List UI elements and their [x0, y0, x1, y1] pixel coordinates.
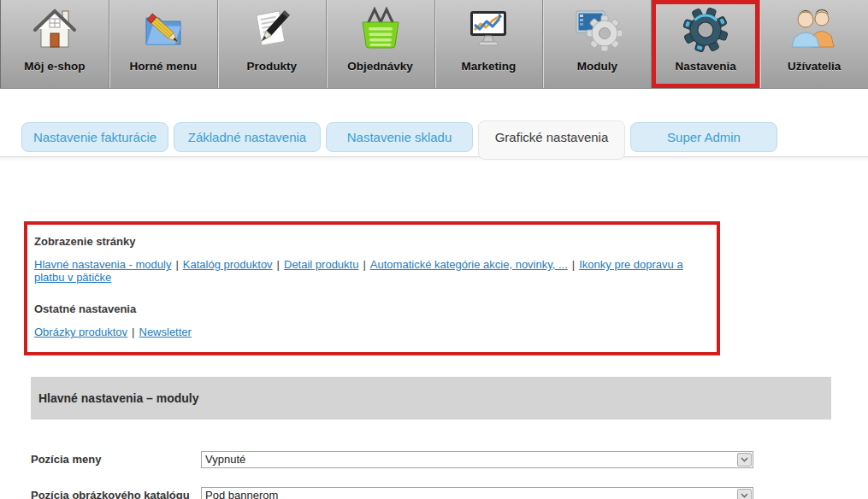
link-hlavne-nastavenia-moduly[interactable]: Hlavné nastavenia - moduly: [34, 258, 171, 271]
nav-item-marketing[interactable]: Marketing: [435, 0, 544, 88]
chevron-down-icon: [737, 453, 752, 467]
form-row-pozicia-meny: Pozícia meny Vypnuté: [31, 451, 868, 468]
tab-nastavenie-fakturacie[interactable]: Nastavenie fakturácie: [21, 122, 168, 152]
tab-graficke-nastavenia[interactable]: Grafické nastavenia: [478, 120, 625, 160]
nav-item-nastavenia[interactable]: Nastavenia: [652, 0, 760, 88]
nav-item-objednavky[interactable]: Objednávky: [327, 0, 435, 88]
link-separator: |: [277, 258, 280, 271]
nav-item-moduly[interactable]: Moduly: [543, 0, 652, 88]
nav-label: Nastavenia: [676, 60, 736, 81]
section-title-zobrazenie-stranky: Zobrazenie stránky: [34, 235, 708, 248]
nav-item-uzivatelia[interactable]: Užívatelia: [760, 0, 868, 88]
gears-icon: [681, 0, 730, 60]
select-value: Vypnuté: [202, 452, 245, 467]
links-row-zobrazenie: Hlavné nastavenia - moduly|Katalóg produ…: [34, 258, 708, 284]
link-separator: |: [175, 258, 178, 271]
settings-form: Pozícia meny Vypnuté Pozícia obrázkového…: [31, 451, 868, 499]
tab-zakladne-nastavenia[interactable]: Základné nastavenia: [174, 122, 321, 152]
nav-label: Produkty: [246, 60, 297, 81]
link-obrazky-produktov[interactable]: Obrázky produktov: [34, 326, 127, 338]
nav-label: Objednávky: [347, 60, 413, 81]
section-title-ostatne-nastavenia: Ostatné nastavenia: [34, 302, 708, 315]
nav-label: Horné menu: [129, 60, 197, 81]
top-navigation-bar: Môj e-shop Horné menu: [0, 0, 868, 89]
field-label: Pozícia meny: [31, 451, 201, 467]
folder-pencil-icon: [139, 0, 187, 60]
links-row-ostatne: Obrázky produktov|Newsletter: [34, 326, 708, 338]
link-separator: |: [132, 326, 134, 338]
field-label: Pozícia obrázkového katalógu na indexe: [31, 487, 201, 499]
quick-links-box: Zobrazenie stránky Hlavné nastavenia - m…: [24, 221, 720, 355]
nav-label: Moduly: [577, 60, 617, 81]
select-value: Pod bannerom: [202, 488, 278, 499]
chevron-down-icon: [737, 489, 752, 499]
link-separator: |: [572, 258, 575, 271]
link-katalog-produktov[interactable]: Katalóg produktov: [183, 258, 273, 271]
section-header-hlavne-nastavenia-moduly: Hlavné nastavenia – moduly: [31, 377, 831, 420]
nav-item-moj-eshop[interactable]: Môj e-shop: [0, 0, 109, 88]
monitor-chart-icon: [464, 0, 513, 60]
monitor-gear-icon: [572, 0, 622, 60]
link-separator: |: [363, 258, 365, 271]
settings-tabbar: Nastavenie fakturácie Základné nastaveni…: [0, 89, 868, 161]
tab-super-admin[interactable]: Super Admin: [630, 122, 777, 152]
tab-nastavenie-skladu[interactable]: Nastavenie skladu: [326, 122, 473, 152]
section-header-title: Hlavné nastavenia – moduly: [38, 391, 199, 405]
form-row-pozicia-obrazkoveho-katalogu: Pozícia obrázkového katalógu na indexe P…: [31, 487, 868, 499]
pozicia-meny-select[interactable]: Vypnuté: [201, 451, 753, 468]
nav-label: Môj e-shop: [24, 60, 85, 81]
nav-label: Užívatelia: [788, 60, 841, 81]
document-pencil-icon: [248, 0, 296, 60]
nav-item-horne-menu[interactable]: Horné menu: [109, 0, 218, 88]
pozicia-obrazkoveho-katalogu-select[interactable]: Pod bannerom: [201, 487, 753, 499]
link-automaticke-kategorie[interactable]: Automatické kategórie akcie, novinky, ..…: [370, 258, 568, 271]
basket-icon: [357, 0, 404, 60]
users-icon: [789, 0, 839, 60]
link-newsletter[interactable]: Newsletter: [139, 326, 192, 338]
link-detail-produktu[interactable]: Detail produktu: [284, 258, 358, 271]
house-icon: [32, 0, 78, 60]
nav-item-produkty[interactable]: Produkty: [218, 0, 327, 88]
nav-label: Marketing: [462, 60, 517, 81]
